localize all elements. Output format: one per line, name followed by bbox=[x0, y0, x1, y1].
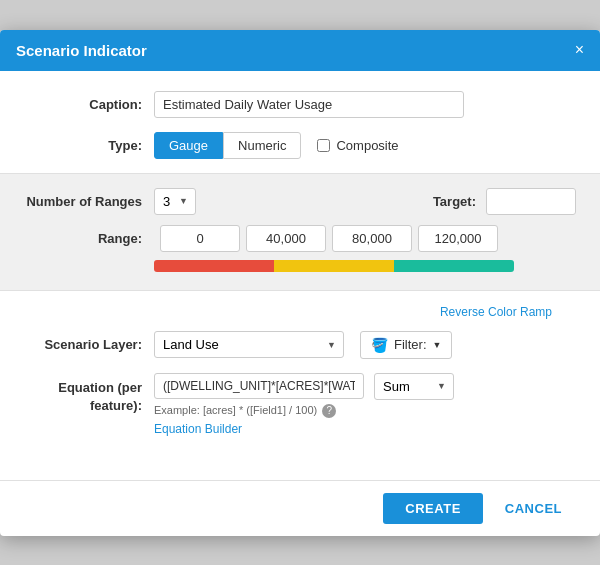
range-input-3[interactable] bbox=[418, 225, 498, 252]
equation-label: Equation (per feature): bbox=[24, 373, 154, 415]
type-row: Type: Gauge Numeric Composite bbox=[24, 132, 576, 159]
composite-checkbox[interactable] bbox=[317, 139, 330, 152]
cancel-button[interactable]: CANCEL bbox=[491, 493, 576, 524]
target-input[interactable] bbox=[486, 188, 576, 215]
equation-builder-link[interactable]: Equation Builder bbox=[154, 422, 454, 436]
red-segment bbox=[154, 260, 274, 272]
equation-row: Equation (per feature): Sum Average Coun… bbox=[24, 373, 576, 436]
reverse-color-ramp-link[interactable]: Reverse Color Ramp bbox=[24, 305, 552, 319]
numeric-button[interactable]: Numeric bbox=[223, 132, 301, 159]
target-label: Target: bbox=[433, 194, 486, 209]
dialog-body: Caption: Type: Gauge Numeric Composite N… bbox=[0, 71, 600, 470]
range-label: Range: bbox=[24, 231, 154, 246]
close-button[interactable]: × bbox=[575, 42, 584, 58]
dialog-title: Scenario Indicator bbox=[16, 42, 147, 59]
dialog-header: Scenario Indicator × bbox=[0, 30, 600, 71]
filter-button[interactable]: 🪣 Filter: ▼ bbox=[360, 331, 452, 359]
ranges-select[interactable]: 3 2 4 5 bbox=[154, 188, 196, 215]
help-icon[interactable]: ? bbox=[322, 404, 336, 418]
color-bar bbox=[154, 260, 514, 272]
range-input-1[interactable] bbox=[246, 225, 326, 252]
range-input-2[interactable] bbox=[332, 225, 412, 252]
scenario-layer-select-wrapper: Land Use Other Layer bbox=[154, 331, 344, 358]
scenario-layer-label: Scenario Layer: bbox=[24, 337, 154, 352]
equation-example: Example: [acres] * ([Field1] / 100) ? bbox=[154, 404, 454, 418]
number-of-ranges-label: Number of Ranges bbox=[24, 194, 154, 209]
ranges-section: Number of Ranges 3 2 4 5 Target: Range: bbox=[0, 173, 600, 291]
composite-text: Composite bbox=[336, 138, 398, 153]
range-row: Range: bbox=[24, 225, 576, 252]
sum-select[interactable]: Sum Average Count bbox=[374, 373, 454, 400]
ranges-select-wrapper: 3 2 4 5 bbox=[154, 188, 196, 215]
composite-label[interactable]: Composite bbox=[317, 138, 398, 153]
filter-icon: 🪣 bbox=[371, 337, 388, 353]
range-input-0[interactable] bbox=[160, 225, 240, 252]
equation-controls: Sum Average Count Example: [acres] * ([F… bbox=[154, 373, 454, 436]
teal-segment bbox=[394, 260, 514, 272]
dialog-footer: CREATE CANCEL bbox=[0, 480, 600, 536]
caption-label: Caption: bbox=[24, 97, 154, 112]
scenario-layer-row: Scenario Layer: Land Use Other Layer 🪣 F… bbox=[24, 331, 576, 359]
scenario-indicator-dialog: Scenario Indicator × Caption: Type: Gaug… bbox=[0, 30, 600, 536]
type-label: Type: bbox=[24, 138, 154, 153]
sum-select-wrapper: Sum Average Count bbox=[374, 373, 454, 400]
filter-label: Filter: bbox=[394, 337, 427, 352]
create-button[interactable]: CREATE bbox=[383, 493, 482, 524]
gauge-button[interactable]: Gauge bbox=[154, 132, 223, 159]
equation-example-text: Example: [acres] * ([Field1] / 100) bbox=[154, 404, 317, 416]
ranges-target-row: Number of Ranges 3 2 4 5 Target: bbox=[24, 188, 576, 215]
equation-input[interactable] bbox=[154, 373, 364, 399]
scenario-layer-select[interactable]: Land Use Other Layer bbox=[154, 331, 344, 358]
yellow-segment bbox=[274, 260, 394, 272]
caption-input[interactable] bbox=[154, 91, 464, 118]
type-group: Gauge Numeric bbox=[154, 132, 301, 159]
filter-chevron-icon: ▼ bbox=[433, 340, 442, 350]
caption-row: Caption: bbox=[24, 91, 576, 118]
